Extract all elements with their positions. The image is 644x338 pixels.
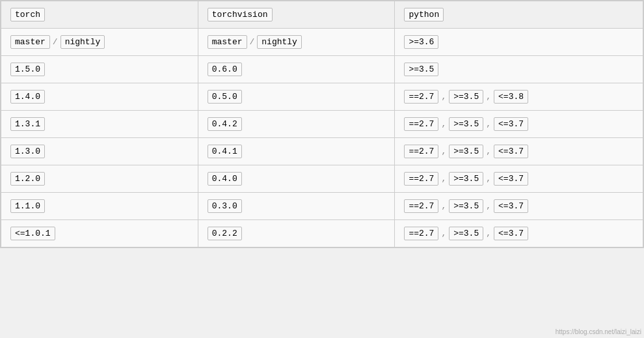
cell-torch-4: 1.3.0: [1, 138, 198, 165]
version-tag: nightly: [257, 35, 302, 49]
version-tag: >=3.5: [449, 227, 483, 240]
comma-separator: ,: [441, 229, 446, 238]
cell-torchvision-0: master/nightly: [198, 29, 395, 56]
python-header-tag: python: [404, 8, 444, 21]
version-tag: <=3.7: [494, 199, 528, 213]
cell-torch-2: 1.4.0: [1, 83, 198, 111]
separator: /: [250, 37, 255, 47]
version-tag: 0.3.0: [208, 199, 242, 213]
version-tag: <=3.8: [494, 90, 528, 104]
table-row: 1.5.00.6.0>=3.5: [1, 56, 643, 83]
cell-torchvision-4: 0.4.1: [198, 138, 395, 165]
comma-separator: ,: [441, 119, 446, 129]
version-tag: 1.1.0: [10, 199, 45, 213]
cell-torchvision-2: 0.5.0: [198, 83, 395, 111]
table-row: 1.2.00.4.0==2.7,>=3.5,<=3.7: [1, 165, 643, 193]
version-tag: >=3.6: [404, 35, 438, 49]
comma-separator: ,: [441, 147, 446, 156]
cell-torch-1: 1.5.0: [1, 56, 198, 83]
watermark: https://blog.csdn.net/laizi_laizi: [556, 328, 641, 335]
cell-python-3: ==2.7,>=3.5,<=3.7: [395, 111, 643, 138]
col-header-torchvision: torchvision: [198, 1, 395, 29]
cell-torch-6: 1.1.0: [1, 193, 198, 220]
cell-torchvision-5: 0.4.0: [198, 165, 395, 193]
comma-separator: ,: [486, 229, 491, 238]
cell-python-4: ==2.7,>=3.5,<=3.7: [395, 138, 643, 165]
version-tag: <=3.7: [494, 227, 528, 240]
cell-torchvision-3: 0.4.2: [198, 111, 395, 138]
comma-separator: ,: [486, 201, 491, 211]
version-tag: nightly: [60, 35, 105, 49]
cell-python-5: ==2.7,>=3.5,<=3.7: [395, 165, 643, 193]
cell-python-2: ==2.7,>=3.5,<=3.8: [395, 83, 643, 111]
table-row: master/nightlymaster/nightly>=3.6: [1, 29, 643, 56]
comma-separator: ,: [486, 119, 491, 129]
version-tag: master: [10, 35, 50, 49]
comma-separator: ,: [441, 174, 446, 184]
cell-torchvision-6: 0.3.0: [198, 193, 395, 220]
version-tag: <=3.7: [494, 145, 528, 158]
version-tag: ==2.7: [404, 145, 438, 158]
cell-torchvision-1: 0.6.0: [198, 56, 395, 83]
table-row: <=1.0.10.2.2==2.7,>=3.5,<=3.7: [1, 220, 643, 247]
version-tag: >=3.5: [449, 117, 483, 131]
version-tag: >=3.5: [404, 63, 438, 76]
separator: /: [53, 37, 58, 47]
version-tag: >=3.5: [449, 199, 483, 213]
version-tag: master: [208, 35, 247, 49]
version-tag: <=3.7: [494, 117, 528, 131]
cell-python-7: ==2.7,>=3.5,<=3.7: [395, 220, 643, 247]
version-tag: ==2.7: [404, 199, 438, 213]
version-tag: 1.3.1: [10, 117, 45, 131]
version-tag: 0.4.0: [208, 172, 242, 186]
version-tag: ==2.7: [404, 117, 438, 131]
version-tag: ==2.7: [404, 227, 438, 240]
version-tag: 0.6.0: [208, 63, 242, 76]
comma-separator: ,: [441, 201, 446, 211]
cell-torch-3: 1.3.1: [1, 111, 198, 138]
version-tag: ==2.7: [404, 172, 438, 186]
table-row: 1.4.00.5.0==2.7,>=3.5,<=3.8: [1, 83, 643, 111]
version-tag: 0.2.2: [208, 227, 242, 240]
cell-python-6: ==2.7,>=3.5,<=3.7: [395, 193, 643, 220]
version-tag: 0.4.1: [208, 145, 242, 158]
cell-python-0: >=3.6: [395, 29, 643, 56]
cell-torchvision-7: 0.2.2: [198, 220, 395, 247]
version-tag: >=3.5: [449, 145, 483, 158]
torchvision-header-tag: torchvision: [208, 8, 273, 21]
version-tag: 0.5.0: [208, 90, 242, 104]
torch-header-tag: torch: [10, 8, 45, 21]
col-header-python: python: [395, 1, 643, 29]
version-tag: 1.5.0: [10, 63, 45, 76]
version-tag: 0.4.2: [208, 117, 242, 131]
compatibility-table: torch torchvision python master/nightlym…: [0, 0, 644, 248]
comma-separator: ,: [441, 92, 446, 102]
version-tag: <=3.7: [494, 172, 528, 186]
cell-torch-0: master/nightly: [1, 29, 198, 56]
comma-separator: ,: [486, 174, 491, 184]
comma-separator: ,: [486, 92, 491, 102]
table-row: 1.3.00.4.1==2.7,>=3.5,<=3.7: [1, 138, 643, 165]
cell-python-1: >=3.5: [395, 56, 643, 83]
version-tag: ==2.7: [404, 90, 438, 104]
version-tag: 1.3.0: [10, 145, 45, 158]
version-tag: 1.2.0: [10, 172, 45, 186]
version-tag: >=3.5: [449, 172, 483, 186]
version-tag: <=1.0.1: [10, 227, 55, 240]
col-header-torch: torch: [1, 1, 198, 29]
cell-torch-7: <=1.0.1: [1, 220, 198, 247]
version-tag: 1.4.0: [10, 90, 45, 104]
version-tag: >=3.5: [449, 90, 483, 104]
comma-separator: ,: [486, 147, 491, 156]
cell-torch-5: 1.2.0: [1, 165, 198, 193]
table-row: 1.3.10.4.2==2.7,>=3.5,<=3.7: [1, 111, 643, 138]
table-row: 1.1.00.3.0==2.7,>=3.5,<=3.7: [1, 193, 643, 220]
